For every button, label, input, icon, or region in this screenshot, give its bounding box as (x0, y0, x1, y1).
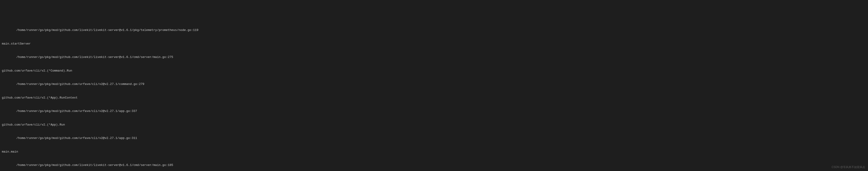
stack-trace-line: github.com/urfave/cli/v2.(*App).RunConte… (2, 96, 866, 100)
stack-trace-line: /home/runner/go/pkg/mod/github.com/urfav… (2, 82, 866, 87)
stack-trace-line: /home/runner/go/pkg/mod/github.com/urfav… (2, 136, 866, 141)
stack-trace-line: /home/runner/go/pkg/mod/github.com/urfav… (2, 109, 866, 113)
stack-trace-line: main.startServer (2, 41, 866, 46)
stack-trace-line: /home/runner/go/pkg/mod/github.com/livek… (2, 55, 866, 60)
stack-trace-line: /home/runner/go/pkg/mod/github.com/livek… (2, 28, 866, 33)
stack-trace-line: main.main (2, 149, 866, 154)
stack-trace-line: github.com/urfave/cli/v2.(*Command).Run (2, 69, 866, 73)
terminal-output[interactable]: /home/runner/go/pkg/mod/github.com/livek… (2, 19, 866, 171)
stack-trace-line: github.com/urfave/cli/v2.(*App).Run (2, 123, 866, 127)
stack-trace-line: /home/runner/go/pkg/mod/github.com/livek… (2, 163, 866, 168)
